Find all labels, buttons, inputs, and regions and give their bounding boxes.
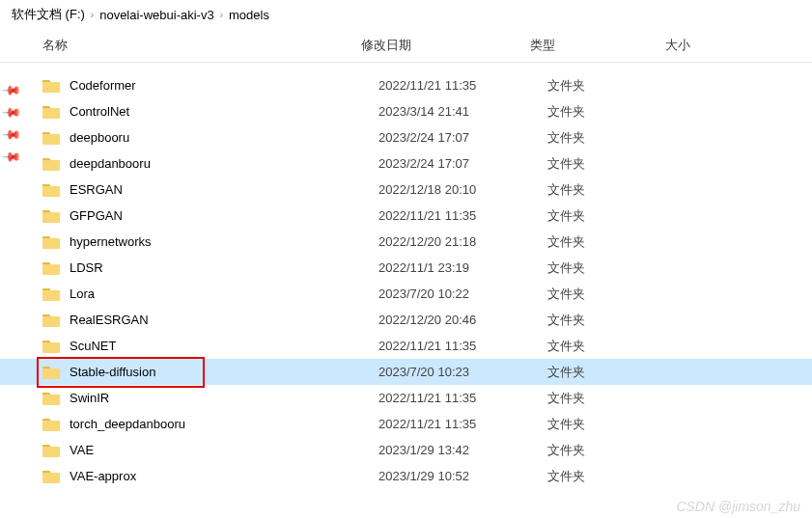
file-name: VAE-approx: [70, 469, 378, 483]
folder-icon: [42, 156, 60, 171]
file-name: ControlNet: [70, 104, 378, 119]
file-name: ScuNET: [70, 339, 378, 353]
pin-icon[interactable]: 📌: [1, 124, 22, 146]
file-name: LDSR: [70, 260, 378, 275]
file-name: deepbooru: [70, 130, 378, 145]
file-date: 2023/3/14 21:41: [378, 104, 547, 119]
file-type: 文件夹: [547, 259, 683, 277]
file-name: Codeformer: [70, 78, 378, 93]
chevron-right-icon: ›: [220, 10, 223, 20]
file-type: 文件夹: [547, 416, 683, 433]
table-row[interactable]: SwinIR2022/11/21 11:35文件夹: [0, 385, 812, 411]
table-row[interactable]: Codeformer2022/11/21 11:35文件夹: [0, 72, 812, 98]
file-date: 2023/2/24 17:07: [378, 156, 547, 171]
folder-icon: [42, 234, 60, 249]
folder-icon: [42, 104, 60, 119]
table-row[interactable]: ScuNET2022/11/21 11:35文件夹: [0, 333, 812, 359]
column-header-label: 大小: [665, 38, 690, 52]
file-name: VAE: [70, 443, 378, 457]
file-type: 文件夹: [547, 364, 683, 381]
file-date: 2022/11/21 11:35: [378, 78, 547, 93]
pin-icon[interactable]: 📌: [1, 102, 22, 123]
table-row[interactable]: VAE-approx2023/1/29 10:52文件夹: [0, 463, 812, 489]
file-name: torch_deepdanbooru: [70, 417, 378, 431]
file-type: 文件夹: [547, 286, 683, 303]
file-type: 文件夹: [547, 312, 683, 329]
table-row[interactable]: hypernetworks2022/12/20 21:18文件夹: [0, 229, 812, 255]
table-row[interactable]: VAE2023/1/29 13:42文件夹: [0, 437, 812, 463]
folder-icon: [42, 208, 60, 223]
file-type: 文件夹: [547, 129, 683, 147]
folder-icon: [42, 417, 60, 431]
file-date: 2023/7/20 10:22: [378, 286, 547, 301]
file-date: 2022/12/18 20:10: [378, 182, 547, 197]
folder-icon: [42, 313, 60, 327]
file-name: GFPGAN: [70, 208, 378, 223]
pin-icon[interactable]: 📌: [1, 80, 22, 101]
table-row[interactable]: torch_deepdanbooru2022/11/21 11:35文件夹: [0, 411, 812, 437]
folder-icon: [42, 286, 60, 301]
folder-icon: [42, 339, 60, 353]
breadcrumb[interactable]: 软件文档 (F:) › novelai-webui-aki-v3 › model…: [0, 0, 812, 29]
file-name: hypernetworks: [70, 234, 378, 249]
folder-icon: [42, 469, 60, 483]
folder-icon: [42, 443, 60, 457]
table-row[interactable]: GFPGAN2022/11/21 11:35文件夹: [0, 203, 812, 229]
file-date: 2022/11/1 23:19: [378, 260, 547, 275]
column-header-date[interactable]: 修改日期: [361, 37, 530, 54]
table-row[interactable]: ControlNet2023/3/14 21:41文件夹: [0, 98, 812, 124]
folder-icon: [42, 130, 60, 145]
file-date: 2023/2/24 17:07: [378, 130, 547, 145]
file-date: 2023/1/29 13:42: [378, 443, 547, 457]
chevron-right-icon: ›: [91, 10, 94, 20]
file-type: 文件夹: [547, 181, 683, 199]
column-header-name[interactable]: 名称: [42, 37, 361, 54]
folder-icon: [42, 391, 60, 405]
breadcrumb-root[interactable]: 软件文档 (F:): [12, 6, 85, 23]
file-type: 文件夹: [547, 207, 683, 225]
file-name: RealESRGAN: [70, 313, 378, 327]
file-type: 文件夹: [547, 233, 683, 251]
column-header-label: 修改日期: [361, 38, 411, 52]
file-name: deepdanbooru: [70, 156, 378, 171]
folder-icon: [42, 78, 60, 93]
breadcrumb-path1[interactable]: novelai-webui-aki-v3: [99, 8, 214, 22]
file-name: ESRGAN: [70, 182, 378, 197]
file-name: SwinIR: [70, 391, 378, 405]
file-date: 2022/12/20 21:18: [378, 234, 547, 249]
file-date: 2022/11/21 11:35: [378, 208, 547, 223]
file-type: 文件夹: [547, 155, 683, 173]
file-date: 2022/12/20 20:46: [378, 313, 547, 327]
table-row[interactable]: ESRGAN2022/12/18 20:10文件夹: [0, 177, 812, 203]
file-date: 2022/11/21 11:35: [378, 339, 547, 353]
table-row[interactable]: deepdanbooru2023/2/24 17:07文件夹: [0, 150, 812, 177]
file-date: 2022/11/21 11:35: [378, 391, 547, 405]
table-row[interactable]: Lora2023/7/20 10:22文件夹: [0, 281, 812, 307]
file-name: Lora: [70, 286, 378, 301]
file-date: 2023/1/29 10:52: [378, 469, 547, 483]
table-row[interactable]: deepbooru2023/2/24 17:07文件夹: [0, 124, 812, 150]
pinned-sidebar: 📌 📌 📌 📌: [0, 77, 23, 164]
file-type: 文件夹: [547, 468, 683, 485]
column-header-label: 类型: [530, 38, 555, 52]
file-date: 2022/11/21 11:35: [378, 417, 547, 431]
table-row[interactable]: RealESRGAN2022/12/20 20:46文件夹: [0, 307, 812, 333]
table-row[interactable]: LDSR2022/11/1 23:19文件夹: [0, 255, 812, 281]
column-header-label: 名称: [42, 37, 68, 54]
file-type: 文件夹: [547, 442, 683, 459]
file-list: Codeformer2022/11/21 11:35文件夹ControlNet2…: [0, 63, 812, 489]
table-row[interactable]: Stable-diffusion2023/7/20 10:23文件夹: [0, 359, 812, 385]
folder-icon: [42, 365, 60, 379]
file-type: 文件夹: [547, 338, 683, 355]
file-date: 2023/7/20 10:23: [378, 365, 547, 379]
column-headers: 名称 修改日期 类型 大小: [0, 29, 812, 63]
column-header-type[interactable]: 类型: [530, 37, 665, 54]
column-header-size[interactable]: 大小: [665, 37, 812, 54]
breadcrumb-path2[interactable]: models: [229, 8, 269, 22]
file-name: Stable-diffusion: [70, 365, 378, 379]
file-type: 文件夹: [547, 390, 683, 407]
file-type: 文件夹: [547, 77, 683, 95]
file-type: 文件夹: [547, 103, 683, 121]
folder-icon: [42, 182, 60, 197]
watermark: CSDN @jimson_zhu: [676, 499, 800, 514]
